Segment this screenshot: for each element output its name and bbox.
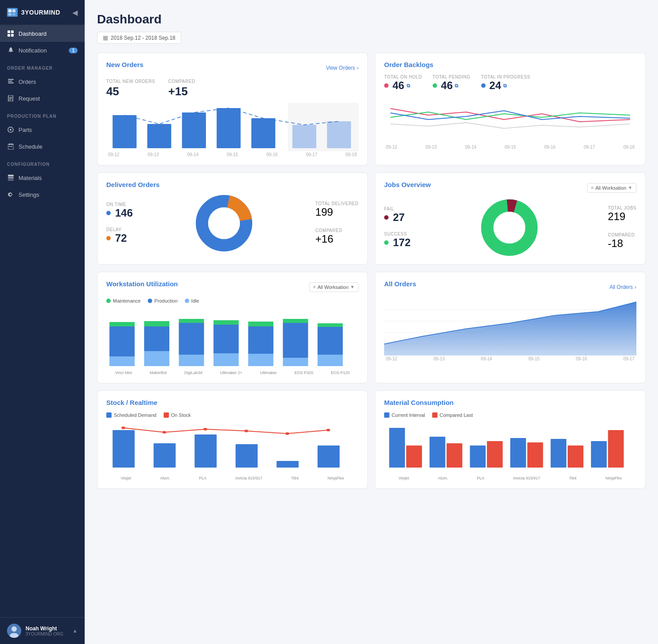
on-time-dot: [106, 211, 111, 215]
svg-rect-83: [447, 443, 463, 468]
svg-rect-55: [248, 354, 273, 366]
on-hold-dot: [384, 83, 389, 88]
delivered-orders-title: Delivered Orders: [106, 181, 359, 188]
notification-badge: 1: [69, 48, 78, 53]
svg-rect-10: [8, 82, 14, 83]
nav-configuration: CONFIGURATION Materials Settings: [0, 155, 85, 203]
dashboard-icon: [7, 30, 14, 37]
sidebar-logo: 3YOURMIND: [7, 8, 60, 17]
sidebar-item-parts[interactable]: Parts: [0, 121, 85, 138]
sidebar-item-request[interactable]: Request: [0, 90, 85, 107]
sidebar-footer: Noah Wright 3YOURMIND ORG ▲: [0, 617, 85, 644]
svg-rect-4: [7, 30, 10, 33]
svg-point-16: [10, 129, 11, 131]
jobs-right-stats: TOTAL JOBS 219 COMPARED -18: [608, 206, 636, 250]
svg-rect-56: [248, 326, 273, 354]
section-title-order-manager: ORDER MANAGER: [0, 59, 85, 73]
svg-rect-20: [9, 146, 10, 147]
all-orders-title: All Orders: [384, 280, 416, 288]
delivered-right-stats: TOTAL DELIVERED 199 COMPARED +16: [315, 201, 359, 245]
all-orders-chart: [384, 298, 636, 356]
svg-rect-33: [251, 118, 275, 148]
on-hold-link[interactable]: ⧉: [407, 83, 410, 89]
sidebar-item-settings[interactable]: Settings: [0, 186, 85, 203]
stock-realtime-card: Stock / Realtime Scheduled Demand On Sto…: [97, 390, 368, 489]
jobs-overview-header: Jobs Overview ≡ All Worksation ▼: [384, 181, 636, 195]
sidebar-item-notification[interactable]: Notification 1: [0, 42, 85, 59]
delivered-left-stats: ON TIME 146 DELAY 72: [106, 202, 133, 244]
filter-icon: ≡: [313, 285, 316, 289]
svg-point-27: [11, 626, 17, 632]
svg-point-77: [244, 430, 248, 432]
svg-rect-7: [11, 34, 14, 37]
jobs-content: FAIL 27 SUCCESS 172: [384, 199, 636, 256]
svg-rect-45: [109, 322, 135, 326]
sidebar-item-materials[interactable]: Materials: [0, 169, 85, 186]
workstation-dropdown[interactable]: ≡ All Worksation ▼: [309, 282, 359, 292]
sidebar-item-schedule[interactable]: Schedule: [0, 138, 85, 155]
avatar: [7, 624, 21, 638]
new-orders-x-labels: 09-12 09-13 09-14 09-15 09-16 09-17 09-1…: [106, 152, 359, 157]
all-orders-link[interactable]: All Orders ›: [609, 284, 636, 290]
workstation-chart: [106, 307, 359, 369]
chevron-down-icon: ▼: [350, 285, 355, 289]
new-orders-chart: [106, 103, 359, 151]
user-chevron-icon[interactable]: ▲: [72, 628, 78, 634]
svg-rect-14: [9, 100, 11, 101]
svg-point-76: [203, 428, 207, 431]
svg-rect-46: [144, 351, 169, 366]
gear-icon: [7, 191, 14, 198]
svg-rect-89: [568, 446, 583, 468]
svg-rect-82: [430, 437, 445, 468]
materials-icon: [7, 174, 14, 181]
material-consumption-title: Material Consumption: [384, 399, 636, 406]
backlogs-x-labels: 09-12 09-13 09-14 09-15 09-16 09-17 09-1…: [384, 145, 636, 150]
svg-rect-19: [11, 143, 12, 145]
svg-rect-9: [8, 81, 12, 82]
new-orders-title: New Orders: [106, 61, 143, 68]
sidebar-collapse-button[interactable]: ◀: [72, 8, 78, 17]
legend-current-interval: Current Interval: [384, 412, 425, 418]
svg-rect-90: [591, 441, 607, 468]
calendar-icon: ▦: [103, 34, 108, 41]
legend-idle: Idle: [185, 298, 199, 303]
sidebar-header: 3YOURMIND ◀: [0, 0, 85, 25]
svg-rect-44: [109, 326, 135, 356]
in-progress-link[interactable]: ⧉: [503, 83, 507, 89]
svg-point-74: [121, 427, 125, 429]
nav-main: Dashboard Notification 1: [0, 25, 85, 59]
sidebar-item-orders[interactable]: Orders: [0, 73, 85, 90]
svg-rect-1: [12, 9, 15, 12]
jobs-dropdown[interactable]: ≡ All Worksation ▼: [587, 183, 636, 193]
svg-rect-72: [277, 461, 299, 468]
bell-icon: [7, 47, 14, 54]
svg-point-75: [162, 431, 166, 434]
pending-link[interactable]: ⧉: [455, 83, 458, 89]
workstation-utilization-card: Workstation Utilization ≡ All Worksation…: [97, 272, 368, 383]
backlogs-stats: TOTAL ON HOLD 46 ⧉ TOTAL PENDING 46 ⧉: [384, 75, 636, 92]
pending-dot: [433, 83, 437, 88]
delivered-content: ON TIME 146 DELAY 72: [106, 195, 359, 252]
legend-scheduled: Scheduled Demand: [106, 412, 157, 418]
svg-point-78: [285, 432, 289, 435]
sidebar-item-dashboard[interactable]: Dashboard: [0, 25, 85, 42]
section-title-configuration: CONFIGURATION: [0, 155, 85, 169]
fail-dot: [384, 215, 389, 220]
legend-production: Production: [148, 298, 178, 303]
svg-rect-50: [179, 323, 204, 355]
view-orders-link[interactable]: View Orders ›: [326, 65, 359, 71]
material-consumption-chart: [384, 421, 636, 474]
on-hold-value: 46: [393, 79, 404, 92]
svg-rect-87: [527, 442, 543, 468]
date-range-picker[interactable]: ▦ 2018 Sep.12 - 2018 Sep.18: [97, 32, 181, 44]
all-orders-header: All Orders All Orders ›: [384, 280, 636, 294]
in-progress-value: 24: [490, 79, 501, 92]
in-progress-stat: TOTAL IN PROGRESS 24 ⧉: [481, 75, 531, 92]
compared-last-dot: [432, 412, 437, 418]
svg-rect-68: [112, 430, 135, 468]
svg-rect-32: [217, 108, 240, 148]
legend-maintenance: Maintenance: [106, 298, 141, 303]
svg-rect-36: [327, 121, 351, 148]
svg-rect-30: [147, 124, 171, 148]
svg-rect-25: [8, 179, 14, 181]
